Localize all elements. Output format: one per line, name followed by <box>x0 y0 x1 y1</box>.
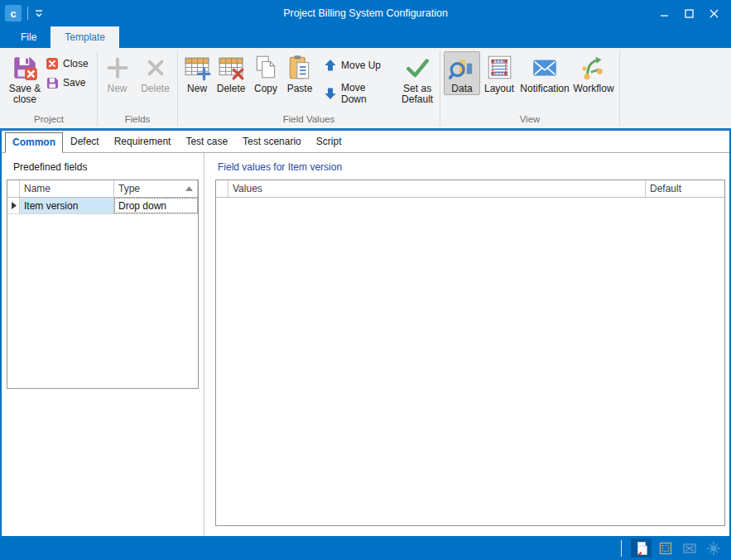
cell-name[interactable]: Item version <box>20 198 114 213</box>
group-label-project: Project <box>2 114 96 128</box>
move-down-label: Move Down <box>341 82 390 105</box>
save-label: Save <box>63 77 85 89</box>
titlebar: c Project Billing System Configuration <box>0 0 731 26</box>
statusbar-separator <box>621 540 622 557</box>
table-add-icon <box>183 54 211 82</box>
paste-label: Paste <box>287 84 313 94</box>
save-close-icon <box>11 54 39 82</box>
tab-test-case[interactable]: Test case <box>178 132 235 152</box>
copy-icon <box>252 54 280 82</box>
set-as-default-button[interactable]: Set as Default <box>398 51 436 106</box>
column-header-type-label: Type <box>118 183 140 194</box>
statusbar-workflow-button[interactable] <box>703 538 724 558</box>
copy-button[interactable]: Copy <box>249 51 282 95</box>
ribbon-tab-row: File Template <box>0 26 731 48</box>
notification-view-button[interactable]: Notification <box>518 51 571 95</box>
row-selector-header[interactable] <box>7 180 20 197</box>
close-project-icon <box>46 57 59 70</box>
qat-customize-icon[interactable] <box>34 9 44 18</box>
sort-ascending-icon <box>185 186 193 191</box>
move-down-button[interactable]: Move Down <box>324 82 390 105</box>
notification-view-label: Notification <box>520 84 569 94</box>
data-pages-icon <box>634 541 649 556</box>
cell-type-focused[interactable]: Drop down <box>114 198 198 213</box>
qat-separator <box>27 7 28 20</box>
column-header-type[interactable]: Type <box>114 180 198 197</box>
tab-requirement[interactable]: Requirement <box>107 132 179 152</box>
close-button[interactable]: Close <box>46 57 89 70</box>
window-controls <box>652 2 726 24</box>
copy-label: Copy <box>254 84 277 94</box>
close-label: Close <box>63 58 89 69</box>
delete-field-button[interactable]: Delete <box>137 51 174 95</box>
field-values-grid: Values Default <box>215 179 725 526</box>
ribbon-group-view: Data Layout <box>441 49 618 128</box>
ribbon-group-field-values: New Delete <box>179 49 439 128</box>
notification-view-icon <box>531 54 559 82</box>
save-and-close-label: Save & close <box>5 84 45 105</box>
current-row-arrow-icon <box>11 202 17 209</box>
delete-field-label: Delete <box>141 84 170 94</box>
statusbar-notification-button[interactable] <box>679 538 700 558</box>
minimize-button[interactable] <box>652 2 676 24</box>
delete-value-button[interactable]: Delete <box>213 51 249 95</box>
data-view-button[interactable]: Data <box>444 51 480 95</box>
layout-view-icon <box>658 541 673 556</box>
table-delete-icon <box>217 54 245 82</box>
group-label-fields: Fields <box>99 114 176 128</box>
workflow-view-icon <box>706 541 721 556</box>
workflow-view-label: Workflow <box>573 84 613 94</box>
ribbon-group-project: Save & close Close <box>2 49 96 128</box>
app-icon[interactable]: c <box>5 5 22 22</box>
group-label-field-values: Field Values <box>179 114 439 128</box>
tab-test-scenario[interactable]: Test scenario <box>235 132 309 152</box>
new-value-button[interactable]: New <box>181 51 213 95</box>
close-window-button[interactable] <box>701 2 726 24</box>
ribbon-tab-template[interactable]: Template <box>50 26 119 48</box>
statusbar-data-button[interactable] <box>631 538 652 558</box>
close-icon <box>709 9 719 18</box>
move-up-label: Move Up <box>341 60 381 71</box>
tab-defect[interactable]: Defect <box>63 132 107 152</box>
move-down-icon <box>324 87 337 100</box>
notification-view-icon <box>682 541 697 556</box>
column-header-default[interactable]: Default <box>646 180 724 197</box>
layout-view-button[interactable]: Layout <box>480 51 518 95</box>
content-area: Predefined fields Name Type <box>2 153 729 536</box>
ribbon-tab-file[interactable]: File <box>7 26 50 48</box>
move-up-icon <box>324 59 337 72</box>
minimize-icon <box>660 9 669 18</box>
ribbon-separator <box>440 51 440 126</box>
app-window: c Project Billing System Configuration <box>0 0 731 560</box>
delete-icon-disabled <box>142 54 170 82</box>
statusbar-layout-button[interactable] <box>655 538 676 558</box>
maximize-icon <box>685 9 694 18</box>
tab-script[interactable]: Script <box>309 132 349 152</box>
ribbon-separator <box>97 51 98 126</box>
new-value-label: New <box>187 84 207 94</box>
main-frame: Common Defect Requirement Test case Test… <box>0 131 731 536</box>
row-selector-cell[interactable] <box>7 198 20 213</box>
workflow-view-button[interactable]: Workflow <box>571 51 616 95</box>
save-and-close-button[interactable]: Save & close <box>4 51 46 106</box>
quick-access-toolbar: c <box>5 5 44 22</box>
tab-common[interactable]: Common <box>5 132 63 153</box>
grid-empty-area <box>216 198 724 525</box>
maximize-button[interactable] <box>676 2 701 24</box>
paste-button[interactable]: Paste <box>282 51 317 95</box>
field-values-title: Field values for Item version <box>218 161 729 173</box>
ribbon-separator <box>177 51 178 126</box>
grid-header: Name Type <box>7 180 198 198</box>
table-row[interactable]: Item version Drop down <box>7 198 198 214</box>
new-field-button[interactable]: New <box>101 51 133 95</box>
column-header-values[interactable]: Values <box>228 180 646 197</box>
row-selector-header[interactable] <box>216 180 228 197</box>
field-values-panel: Field values for Item version Values Def… <box>204 153 729 536</box>
save-button[interactable]: Save <box>46 76 89 89</box>
data-view-label: Data <box>451 84 472 94</box>
group-label-view: View <box>441 114 618 128</box>
grid-empty-area <box>7 214 198 388</box>
column-header-name[interactable]: Name <box>20 180 114 197</box>
move-up-button[interactable]: Move Up <box>324 59 390 72</box>
layout-view-label: Layout <box>484 84 514 94</box>
